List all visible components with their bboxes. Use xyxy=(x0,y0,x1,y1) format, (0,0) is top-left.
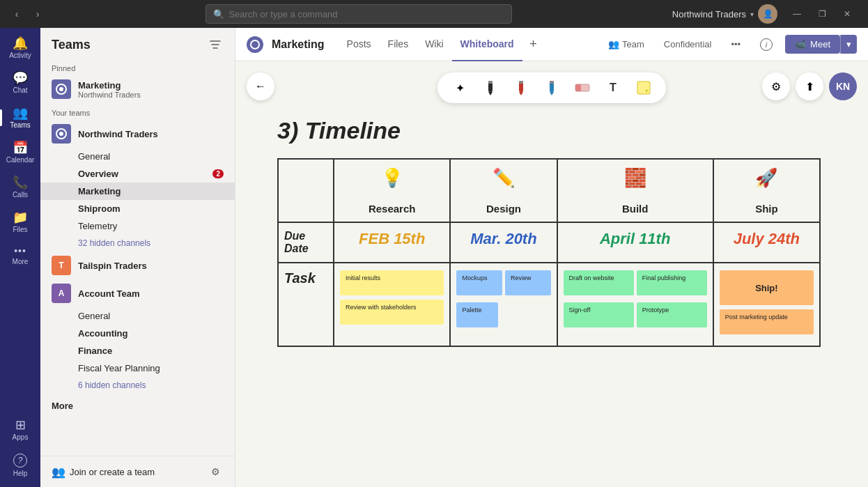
due-jul-text: July 24th xyxy=(734,230,800,247)
channel-accounting[interactable]: Accounting xyxy=(40,325,235,342)
search-bar[interactable]: 🔍 xyxy=(206,4,512,24)
channel-overview[interactable]: Overview 2 xyxy=(40,165,235,183)
icon-row: 💡 ✏️ 🧱 🚀 xyxy=(278,159,820,196)
help-icon: ? xyxy=(13,454,27,467)
sidebar-item-apps[interactable]: ⊞ Apps xyxy=(0,413,40,447)
channel-shiproom[interactable]: Shiproom xyxy=(40,200,235,217)
channel-telemetry[interactable]: Telemetry xyxy=(40,217,235,235)
teams-icon: 👥 xyxy=(13,107,28,119)
task-review-stakeholders-text: Review with stakeholders xyxy=(346,304,417,311)
sidebar-item-calls[interactable]: 📞 Calls xyxy=(0,171,40,204)
sidebar-item-teams[interactable]: 👥 Teams xyxy=(0,101,40,134)
left-rail: 🔔 Activity 💬 Chat 👥 Teams 📅 Calendar 📞 C… xyxy=(0,28,40,487)
tab-posts[interactable]: Posts xyxy=(339,28,380,61)
task-draft-website-text: Draft on website xyxy=(569,275,614,281)
sidebar-item-help[interactable]: ? Help xyxy=(0,448,40,483)
account-hidden-channels[interactable]: 6 hidden channels xyxy=(40,377,235,394)
chat-label: Chat xyxy=(13,86,27,94)
channel-general-northwind[interactable]: General xyxy=(40,148,235,165)
design-header: Design xyxy=(450,196,557,222)
account-team-icon: A xyxy=(52,284,71,303)
tailspin-name: Tailspin Traders xyxy=(78,261,205,271)
close-button[interactable]: ✕ xyxy=(835,4,860,24)
task-mockups-text: Mockups xyxy=(462,275,487,281)
settings-gear-icon: ⚙ xyxy=(771,80,781,93)
channel-icon-inner xyxy=(250,40,260,49)
team-label-text: Team xyxy=(622,39,644,49)
pen-black-tool[interactable] xyxy=(479,77,502,99)
files-label: Files xyxy=(13,226,27,233)
meet-label: Meet xyxy=(810,39,830,49)
northwind-icon xyxy=(52,124,71,144)
sidebar-item-more[interactable]: ••• More xyxy=(0,240,40,271)
filter-button[interactable] xyxy=(207,36,224,53)
content-area: Marketing Posts Files Wiki Whiteboard + xyxy=(235,28,868,487)
pinned-marketing-item[interactable]: Marketing Northwind Traders xyxy=(40,75,235,103)
whiteboard-back-button[interactable]: ← xyxy=(247,72,274,100)
info-button[interactable]: i xyxy=(753,36,780,54)
task-review-design: Review xyxy=(505,270,551,295)
team-label-button[interactable]: 👥 Team xyxy=(601,36,651,52)
sidebar-item-activity[interactable]: 🔔 Activity xyxy=(0,31,40,65)
account-team[interactable]: A Account Team ••• xyxy=(40,279,235,307)
eraser-tool[interactable] xyxy=(571,77,594,99)
nav-back-button[interactable]: ‹ xyxy=(8,6,25,22)
more-options-button[interactable]: ••• xyxy=(724,36,747,52)
task-palette: Palette xyxy=(456,302,498,327)
channel-finance[interactable]: Finance xyxy=(40,342,235,360)
task-initial-results: Initial results xyxy=(340,270,444,295)
tab-whiteboard[interactable]: Whiteboard xyxy=(452,28,522,61)
task-draft-website: Draft on website xyxy=(564,270,634,295)
svg-point-1 xyxy=(59,87,63,91)
due-apr-cell: April 11th xyxy=(557,222,713,263)
minimize-button[interactable]: — xyxy=(784,4,809,24)
back-arrow-icon: ← xyxy=(255,80,266,93)
pointer-tool[interactable]: ✦ xyxy=(449,77,471,99)
pen-red-tool[interactable] xyxy=(510,77,532,99)
whiteboard-toolbar: ✦ xyxy=(437,72,666,103)
channel-marketing[interactable]: Marketing xyxy=(40,183,235,200)
sticky-note-tool[interactable] xyxy=(633,77,655,99)
whiteboard-share-button[interactable]: ⬆ xyxy=(796,72,823,100)
research-icon: 💡 xyxy=(381,167,403,188)
meet-button-group: 📹 Meet ▾ xyxy=(785,35,857,54)
channel-fiscal[interactable]: Fiscal Year Planning xyxy=(40,360,235,377)
tailspin-icon-letter: T xyxy=(59,261,63,270)
settings-button[interactable]: ⚙ xyxy=(207,463,224,480)
video-icon: 📹 xyxy=(795,39,806,49)
files-icon: 📁 xyxy=(13,211,28,224)
whiteboard-settings-button[interactable]: ⚙ xyxy=(762,72,790,100)
tab-files[interactable]: Files xyxy=(380,28,417,61)
build-icon-cell: 🧱 xyxy=(557,159,713,196)
pen-red-icon xyxy=(514,79,528,96)
restore-button[interactable]: ❐ xyxy=(809,4,835,24)
channel-general-account[interactable]: General xyxy=(40,307,235,325)
pen-blue-tool[interactable] xyxy=(541,77,563,99)
text-tool[interactable]: T xyxy=(602,77,624,99)
sidebar-item-files[interactable]: 📁 Files xyxy=(0,206,40,239)
search-input[interactable] xyxy=(228,9,504,20)
chat-icon: 💬 xyxy=(13,72,28,84)
channel-general-northwind-label: General xyxy=(78,151,110,162)
chevron-down-icon: ▾ xyxy=(750,10,754,18)
join-create-team-button[interactable]: 👥 Join or create a team xyxy=(52,465,155,479)
timeline-title: 3) Timeline xyxy=(277,117,826,144)
add-tab-button[interactable]: + xyxy=(522,28,545,61)
ship-icon: 🚀 xyxy=(755,167,777,188)
confidential-button[interactable]: Confidential xyxy=(657,36,719,52)
tab-wiki[interactable]: Wiki xyxy=(417,28,451,61)
whiteboard-user-button[interactable]: KN xyxy=(829,72,857,100)
user-info[interactable]: Northwind Traders ▾ 👤 xyxy=(672,4,777,24)
sidebar-item-calendar[interactable]: 📅 Calendar xyxy=(0,136,40,169)
nav-forward-button[interactable]: › xyxy=(29,6,46,22)
sidebar-item-chat[interactable]: 💬 Chat xyxy=(0,66,40,100)
tailspin-traders-team[interactable]: T Tailspin Traders ••• xyxy=(40,252,235,279)
northwind-traders-team[interactable]: Northwind Traders ••• xyxy=(40,120,235,148)
meet-dropdown-button[interactable]: ▾ xyxy=(840,35,857,54)
task-review-stakeholders: Review with stakeholders xyxy=(340,300,444,325)
teams-label: Teams xyxy=(10,121,30,129)
tab-posts-label: Posts xyxy=(347,38,371,49)
marketing-team-icon xyxy=(52,79,71,99)
northwind-hidden-channels[interactable]: 32 hidden channels xyxy=(40,235,235,252)
meet-button[interactable]: 📹 Meet xyxy=(785,35,840,54)
